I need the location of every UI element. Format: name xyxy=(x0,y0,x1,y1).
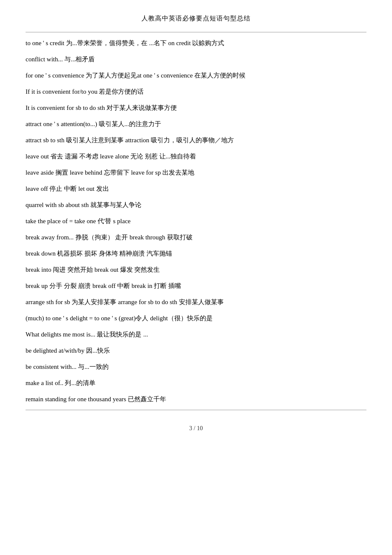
entry-text: break down 机器损坏 损坏 身体垮 精神崩溃 汽车抛锚 xyxy=(26,246,366,261)
entry-text: attract sb to sth 吸引某人注意到某事 attraction 吸… xyxy=(26,133,366,147)
entry-text: remain standing for one thousand years 已… xyxy=(26,392,366,406)
entry-text: make a list of.. 列...的清单 xyxy=(26,376,366,390)
list-item: leave aside 搁置 leave behind 忘带留下 leave f… xyxy=(26,165,366,180)
entry-text: attract one ' s attention(to...) 吸引某人...… xyxy=(26,117,366,131)
entry-text: take the place of = take one 代'替 s place xyxy=(26,214,366,228)
entry-text: arrange sth for sb 为某人安排某事 arrange for s… xyxy=(26,295,366,309)
entry-text: be consistent with... 与...一致的 xyxy=(26,359,366,374)
list-item: remain standing for one thousand years 已… xyxy=(26,392,366,406)
list-item: be consistent with... 与...一致的 xyxy=(26,359,366,374)
entry-text: to one ' s credit 为...带来荣誉，值得赞美，在 ...名下 … xyxy=(26,36,366,50)
list-item: leave out 省去 遗漏 不考虑 leave alone 无论 别惹 让.… xyxy=(26,149,366,164)
entry-text: If it is convenient for/to you 若是你方便的话 xyxy=(26,84,366,99)
list-item: arrange sth for sb 为某人安排某事 arrange for s… xyxy=(26,295,366,309)
list-item: attract sb to sth 吸引某人注意到某事 attraction 吸… xyxy=(26,133,366,147)
list-item: be delighted at/with/by 因...快乐 xyxy=(26,343,366,358)
entry-text: leave aside 搁置 leave behind 忘带留下 leave f… xyxy=(26,165,366,180)
list-item: to one ' s credit 为...带来荣誉，值得赞美，在 ...名下 … xyxy=(26,36,366,50)
entry-text: be delighted at/with/by 因...快乐 xyxy=(26,343,366,358)
list-item: for one ' s convenience 为了某人方便起见at one '… xyxy=(26,68,366,83)
entry-text: for one ' s convenience 为了某人方便起见at one '… xyxy=(26,68,366,83)
list-item: leave off 停止 中断 let out 发出 xyxy=(26,181,366,196)
list-item: If it is convenient for/to you 若是你方便的话 xyxy=(26,84,366,99)
list-item: make a list of.. 列...的清单 xyxy=(26,376,366,390)
list-item: break up 分手 分裂 崩溃 break off 中断 break in … xyxy=(26,279,366,293)
entry-text: (much) to one ' s delight = to one ' s (… xyxy=(26,311,366,325)
content-area: to one ' s credit 为...带来荣誉，值得赞美，在 ...名下 … xyxy=(26,36,366,406)
footer-divider xyxy=(26,410,366,410)
list-item: quarrel with sb about sth 就某事与某人争论 xyxy=(26,198,366,212)
list-item: It is convenient for sb to do sth 对于某人来说… xyxy=(26,101,366,115)
title-divider xyxy=(26,32,366,32)
list-item: take the place of = take one 代'替 s place xyxy=(26,214,366,228)
list-item: conflict with... 与...相矛盾 xyxy=(26,52,366,66)
entry-text: break away from... 挣脱（拘束） 走开 break throu… xyxy=(26,230,366,244)
entry-text: leave out 省去 遗漏 不考虑 leave alone 无论 别惹 让.… xyxy=(26,149,366,164)
list-item: attract one ' s attention(to...) 吸引某人...… xyxy=(26,117,366,131)
list-item: break down 机器损坏 损坏 身体垮 精神崩溃 汽车抛锚 xyxy=(26,246,366,261)
entry-text: leave off 停止 中断 let out 发出 xyxy=(26,181,366,196)
list-item: What delights me most is... 最让我快乐的是 ... xyxy=(26,327,366,342)
entry-text: break into 闯进 突然开始 break out 爆发 突然发生 xyxy=(26,262,366,277)
entry-text: break up 分手 分裂 崩溃 break off 中断 break in … xyxy=(26,279,366,293)
page-title: 人教高中英语必修要点短语句型总结 xyxy=(26,13,366,24)
entry-text: conflict with... 与...相矛盾 xyxy=(26,52,366,66)
page-container: 人教高中英语必修要点短语句型总结 to one ' s credit 为...带… xyxy=(0,0,392,451)
list-item: break away from... 挣脱（拘束） 走开 break throu… xyxy=(26,230,366,244)
entry-text: It is convenient for sb to do sth 对于某人来说… xyxy=(26,101,366,115)
entry-text: What delights me most is... 最让我快乐的是 ... xyxy=(26,327,366,342)
list-item: break into 闯进 突然开始 break out 爆发 突然发生 xyxy=(26,262,366,277)
entry-text: quarrel with sb about sth 就某事与某人争论 xyxy=(26,198,366,212)
list-item: (much) to one ' s delight = to one ' s (… xyxy=(26,311,366,325)
page-number: 3 / 10 xyxy=(26,423,366,434)
